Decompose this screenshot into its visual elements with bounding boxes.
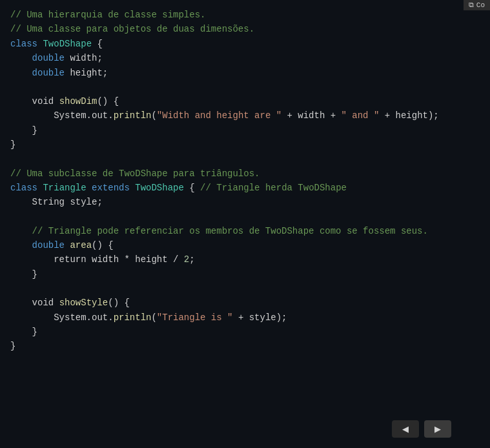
line-content: // Uma subclasse de TwoDShape para triân… [10,167,260,181]
line-content: } [10,267,37,281]
code-line: } [0,325,490,339]
line-content: System.out.println("Triangle is " + styl… [10,311,287,325]
token-plain [130,183,135,193]
token-keyword: class [10,183,43,193]
token-class-name: TwoDShape [135,183,184,193]
code-line: } [0,137,490,152]
line-content: return width * height / 2; [10,252,195,267]
token-plain: void [10,298,59,308]
line-content: double height; [10,66,108,80]
token-plain: () { [108,298,130,308]
token-plain: height; [65,68,108,78]
token-plain: () { [97,96,119,107]
code-line: // Triangle pode referenciar os membros … [0,224,490,238]
code-line: // Uma subclasse de TwoDShape para triân… [0,167,490,181]
token-plain: } [10,125,37,136]
bottom-navigation: ◀ ▶ [392,420,451,438]
token-plain: System.out. [10,312,114,323]
token-plain: } [10,341,15,351]
token-plain: + style); [232,312,287,323]
token-plain: ( [151,312,156,323]
code-line: void showStyle() { [0,296,490,310]
token-comment: // Uma classe para objetos de duas dimen… [10,24,254,34]
code-line: } [0,123,490,137]
token-string: "Width and height are " [157,110,281,121]
code-line: double height; [0,66,490,80]
code-line: return width * height / 2; [0,252,490,267]
token-plain [10,53,32,63]
line-content: double area() { [10,238,114,252]
line-content: // Uma hierarquia de classe simples. [10,8,205,22]
token-method: println [114,312,152,323]
line-content: System.out.println("Width and height are… [10,108,439,123]
token-class-name: TwoDShape [43,39,92,49]
token-keyword: class [10,39,43,49]
token-plain: + height); [379,110,438,121]
token-method: showStyle [59,298,108,308]
code-line: class TwoDShape { [0,37,490,51]
token-plain: + width + [281,110,341,121]
line-content: void showDim() { [10,94,119,108]
line-content: } [10,137,15,152]
token-string: "Triangle is " [157,312,233,323]
toolbar-label: Co [476,1,485,9]
token-class-name: Triangle [43,183,86,193]
token-plain: { [92,39,103,49]
token-plain [10,240,32,250]
code-line: // Uma classe para objetos de duas dimen… [0,22,490,36]
line-content: } [10,339,15,353]
token-plain: } [10,269,37,280]
copy-icon: ⧉ [469,1,474,9]
code-line: // Uma hierarquia de classe simples. [0,8,490,22]
token-keyword: extends [92,183,130,193]
prev-button[interactable]: ◀ [392,420,419,438]
token-plain: { [184,183,200,193]
token-plain: } [10,139,15,150]
code-editor-container: ⧉ Co // Uma hierarquia de classe simples… [0,0,490,448]
code-content: // Uma hierarquia de classe simples.// U… [0,5,490,356]
line-content: // Uma classe para objetos de duas dimen… [10,22,254,36]
token-keyword: double [32,68,65,78]
token-method: println [114,110,152,121]
line-content: String style; [10,195,103,209]
token-comment: // Triangle pode referenciar os membros … [10,226,428,236]
token-comment: // Uma subclasse de TwoDShape para triân… [10,168,260,179]
code-line: class Triangle extends TwoDShape { // Tr… [0,181,490,195]
token-comment: // Triangle herda TwoDShape [200,183,347,193]
token-string: " and " [342,110,380,121]
code-line: void showDim() { [0,94,490,108]
line-content: void showStyle() { [10,296,130,310]
token-plain: } [10,327,37,337]
token-plain: void [10,96,59,107]
line-content: } [10,325,37,339]
line-content: } [10,123,37,137]
token-plain [87,183,92,193]
line-content: // Triangle pode referenciar os membros … [10,224,428,238]
code-line: double width; [0,51,490,65]
token-plain: return width * height / [10,254,184,265]
token-method: showDim [59,96,97,107]
next-button[interactable]: ▶ [424,420,451,438]
token-method: area [70,240,92,250]
token-plain: width; [65,53,103,63]
code-line: double area() { [0,238,490,252]
code-line [0,210,490,224]
token-number: 2 [184,254,189,265]
token-plain: ; [189,254,194,265]
token-comment: // Uma hierarquia de classe simples. [10,10,205,20]
toolbar: ⧉ Co [464,0,490,10]
code-line: System.out.println("Triangle is " + styl… [0,311,490,325]
line-content: class Triangle extends TwoDShape { // Tr… [10,181,347,195]
line-content: double width; [10,51,103,65]
token-plain: () { [92,240,114,250]
code-line [0,281,490,296]
code-line: String style; [0,195,490,209]
code-line [0,152,490,167]
line-content: class TwoDShape { [10,37,103,51]
code-line: } [0,339,490,353]
code-line [0,80,490,94]
token-keyword: double [32,53,65,63]
code-line: } [0,267,490,281]
token-plain: String style; [10,197,103,207]
token-keyword: double [32,240,65,250]
